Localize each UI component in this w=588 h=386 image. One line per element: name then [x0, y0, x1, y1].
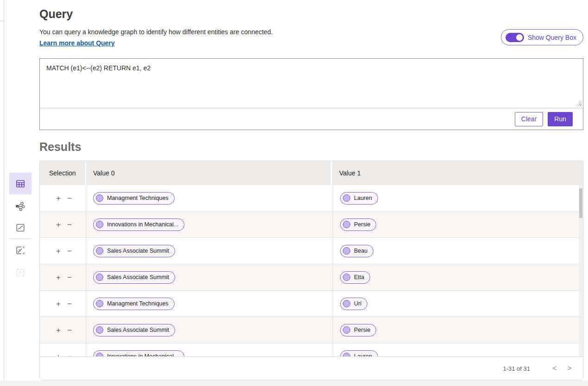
map-icon	[15, 245, 26, 256]
entity-dot-icon	[343, 247, 350, 255]
toggle-on-icon[interactable]	[506, 33, 524, 42]
value0-cell: Innovations in Mechanical...	[86, 343, 333, 357]
table-scrollbar-thumb[interactable]	[579, 188, 582, 218]
value1-cell: Persie	[333, 212, 583, 237]
remove-selection-button[interactable]: −	[66, 299, 73, 309]
column-header-value1[interactable]: Value 1	[332, 161, 583, 185]
view-switcher-divider	[9, 238, 32, 239]
entity-dot-icon	[343, 300, 350, 307]
entity-dot-icon	[96, 221, 103, 228]
entity-dot-icon	[96, 326, 103, 334]
toggle-knob	[516, 34, 523, 41]
selection-cell: + −	[40, 185, 86, 211]
value1-cell: Etta	[333, 264, 583, 290]
entity-label: Managment Techniques	[107, 195, 169, 201]
query-input[interactable]: MATCH (e1)<--(e2) RETURN e1, e2	[40, 59, 583, 108]
entity-label: Persie	[354, 327, 370, 333]
learn-more-link[interactable]: Learn more about Query	[39, 39, 115, 47]
toggle-label: Show Query Box	[528, 34, 576, 41]
value0-cell: Sales Associate Summit	[86, 317, 333, 343]
entity-chip[interactable]: Lauren	[340, 192, 378, 205]
remove-selection-button[interactable]: −	[66, 193, 73, 203]
entity-chip[interactable]: Persie	[340, 218, 376, 231]
add-selection-button[interactable]: +	[55, 273, 62, 282]
table-scrollbar-track[interactable]	[579, 185, 583, 357]
value1-cell: Lauren	[333, 343, 583, 357]
table-body: + − Managment Techniques Lauren + − Inno…	[40, 185, 583, 357]
entity-label: Persie	[354, 221, 370, 228]
remove-selection-button[interactable]: −	[66, 273, 73, 282]
graph-icon	[15, 201, 26, 212]
table-row: + − Managment Techniques Uri	[40, 291, 583, 317]
table-row: + − Innovations in Mechanical... Persie	[40, 212, 583, 238]
add-selection-button[interactable]: +	[55, 220, 62, 230]
entity-chip[interactable]: Persie	[340, 324, 376, 336]
add-selection-button[interactable]: +	[55, 246, 62, 256]
entity-label: Innovations in Mechanical...	[107, 221, 178, 228]
page-bottom-background	[0, 380, 588, 386]
value0-cell: Managment Techniques	[86, 185, 333, 211]
map-view-button[interactable]	[9, 244, 32, 257]
table-view-button[interactable]	[9, 173, 32, 194]
table-row: + − Sales Associate Summit Beau	[40, 238, 583, 264]
run-button[interactable]: Run	[548, 112, 573, 126]
remove-selection-button[interactable]: −	[66, 325, 73, 335]
table-row: + − Managment Techniques Lauren	[40, 185, 583, 212]
pagination-bar: 1-31 of 31 < >	[40, 356, 583, 380]
entity-label: Lauren	[354, 195, 372, 201]
chevron-left-icon[interactable]: <	[549, 362, 561, 374]
column-header-value0[interactable]: Value 0	[86, 161, 332, 185]
add-selection-button[interactable]: +	[55, 193, 62, 203]
value1-cell: Uri	[333, 291, 583, 317]
clear-button[interactable]: Clear	[515, 112, 543, 126]
entity-chip[interactable]: Etta	[340, 271, 370, 284]
entity-dot-icon	[96, 194, 103, 202]
entity-label: Etta	[354, 274, 364, 280]
chart-view-button[interactable]	[9, 221, 32, 234]
entity-chip[interactable]: Sales Associate Summit	[93, 324, 175, 336]
remove-selection-button[interactable]: −	[66, 220, 73, 230]
results-title: Results	[39, 140, 81, 154]
query-box: MATCH (e1)<--(e2) RETURN e1, e2 Clear Ru…	[39, 58, 583, 130]
show-query-box-toggle[interactable]: Show Query Box	[501, 29, 583, 45]
entity-dot-icon	[343, 274, 350, 281]
entity-label: Sales Associate Summit	[107, 327, 169, 333]
chart-icon	[15, 222, 26, 233]
graph-view-button[interactable]	[9, 200, 32, 213]
entity-chip[interactable]: Uri	[340, 298, 367, 310]
table-header-row: Selection Value 0 Value 1	[40, 161, 583, 185]
selection-cell: + −	[40, 238, 86, 264]
entity-chip[interactable]: Managment Techniques	[93, 298, 175, 310]
entity-label: Beau	[354, 248, 367, 254]
value1-cell: Persie	[333, 317, 583, 343]
entity-chip[interactable]: Innovations in Mechanical...	[93, 218, 184, 231]
selection-icon	[15, 267, 26, 278]
entity-chip[interactable]: Beau	[340, 245, 373, 257]
table-row: + − Sales Associate Summit Persie	[40, 317, 583, 343]
entity-dot-icon	[343, 194, 350, 202]
entity-dot-icon	[343, 221, 350, 228]
results-table: Selection Value 0 Value 1 + − Managment …	[39, 161, 583, 380]
entity-label: Uri	[354, 300, 361, 307]
query-toolbar: Clear Run	[40, 108, 583, 130]
selection-cell: + −	[40, 291, 86, 317]
entity-label: Sales Associate Summit	[107, 248, 169, 254]
entity-chip[interactable]: Managment Techniques	[93, 192, 175, 205]
entity-dot-icon	[96, 300, 103, 307]
selection-cell: + −	[40, 264, 86, 290]
value0-cell: Innovations in Mechanical...	[86, 212, 333, 237]
entity-label: Sales Associate Summit	[107, 274, 169, 280]
add-selection-button[interactable]: +	[55, 299, 62, 309]
query-description: You can query a knowledge graph to ident…	[39, 28, 273, 36]
chevron-right-icon[interactable]: >	[563, 362, 575, 374]
value1-cell: Lauren	[333, 185, 583, 211]
entity-chip[interactable]: Sales Associate Summit	[93, 271, 175, 284]
selection-cell: + −	[40, 212, 86, 237]
pagination-range-label: 1-31 of 31	[503, 365, 530, 372]
remove-selection-button[interactable]: −	[66, 246, 73, 256]
column-header-selection[interactable]: Selection	[40, 161, 86, 185]
entity-dot-icon	[343, 326, 350, 334]
add-selection-button[interactable]: +	[55, 325, 62, 335]
table-row: + − Sales Associate Summit Etta	[40, 264, 583, 291]
entity-chip[interactable]: Sales Associate Summit	[93, 245, 175, 257]
